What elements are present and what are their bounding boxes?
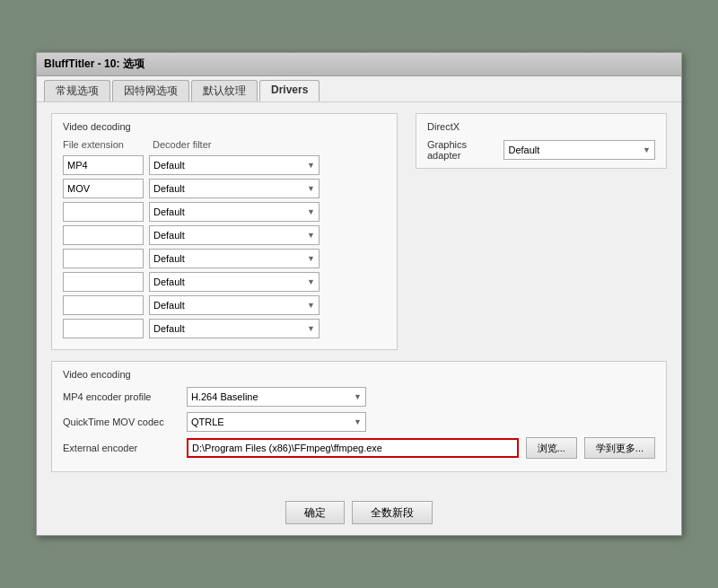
quicktime-row: QuickTime MOV codec QTRLE ▼ (63, 412, 655, 432)
main-window: BluffTitler - 10: 选项 常规选项 因特网选项 默认纹理 Dri… (36, 52, 682, 536)
footer-buttons: 确定 全数新段 (37, 494, 681, 535)
col-header-decoder: Decoder filter (153, 139, 386, 150)
decoder-select-0[interactable]: Default ▼ (149, 155, 320, 175)
chevron-down-icon: ▼ (307, 324, 315, 333)
ok-button[interactable]: 确定 (285, 501, 345, 524)
table-row: Default ▼ (63, 319, 386, 338)
ext-input-7[interactable] (63, 319, 144, 338)
table-row: Default ▼ (63, 225, 386, 245)
cancel-button[interactable]: 全数新段 (352, 501, 433, 524)
decoder-select-5[interactable]: Default ▼ (149, 272, 320, 292)
mp4-encoder-row: MP4 encoder profile H.264 Baseline ▼ (63, 387, 655, 407)
window-title: BluffTitler - 10: 选项 (44, 57, 144, 72)
chevron-down-icon: ▼ (354, 392, 362, 401)
decoder-select-6[interactable]: Default ▼ (149, 295, 320, 315)
right-panel: DirectX Graphics adapter Default ▼ (416, 113, 667, 361)
chevron-down-icon: ▼ (307, 277, 315, 286)
title-bar: BluffTitler - 10: 选项 (37, 53, 681, 76)
table-row: Default ▼ (63, 179, 386, 198)
learn-more-button[interactable]: 学到更多... (584, 437, 655, 459)
browse-button[interactable]: 浏览... (526, 437, 577, 459)
directx-section: DirectX Graphics adapter Default ▼ (416, 113, 667, 169)
tab-content: Video decoding File extension Decoder fi… (37, 102, 681, 494)
left-panel: Video decoding File extension Decoder fi… (51, 113, 398, 361)
table-row: Default ▼ (63, 155, 386, 175)
graphics-adapter-select[interactable]: Default ▼ (503, 140, 655, 160)
col-header-extension: File extension (63, 139, 153, 150)
decoder-select-7[interactable]: Default ▼ (149, 319, 320, 338)
video-decoding-title: Video decoding (63, 121, 386, 132)
ext-input-1[interactable] (63, 179, 144, 198)
decoder-select-1[interactable]: Default ▼ (149, 179, 320, 198)
table-row: Default ▼ (63, 272, 386, 292)
ext-input-3[interactable] (63, 225, 144, 245)
video-decoding-section: Video decoding File extension Decoder fi… (51, 113, 398, 350)
chevron-down-icon: ▼ (307, 254, 315, 263)
video-encoding-title: Video encoding (63, 369, 655, 380)
graphics-adapter-label: Graphics adapter (427, 139, 495, 161)
chevron-down-icon: ▼ (307, 184, 315, 193)
graphics-adapter-row: Graphics adapter Default ▼ (427, 139, 655, 161)
tab-drivers[interactable]: Drivers (259, 80, 320, 101)
two-column-layout: Video decoding File extension Decoder fi… (51, 113, 667, 361)
decoder-select-2[interactable]: Default ▼ (149, 202, 320, 222)
table-row: Default ▼ (63, 295, 386, 315)
tab-network[interactable]: 因特网选项 (112, 80, 189, 101)
decoder-select-3[interactable]: Default ▼ (149, 225, 320, 245)
ext-input-6[interactable] (63, 295, 144, 315)
mp4-encoder-label: MP4 encoder profile (63, 391, 180, 402)
tabs-bar: 常规选项 因特网选项 默认纹理 Drivers (37, 76, 681, 102)
directx-title: DirectX (427, 121, 655, 132)
tab-general[interactable]: 常规选项 (44, 80, 110, 101)
external-encoder-row: External encoder 浏览... 学到更多... (63, 437, 655, 459)
chevron-down-icon: ▼ (354, 417, 362, 426)
mp4-encoder-select[interactable]: H.264 Baseline ▼ (187, 387, 366, 407)
ext-input-2[interactable] (63, 202, 144, 222)
tab-defaults[interactable]: 默认纹理 (191, 80, 258, 101)
ext-input-5[interactable] (63, 272, 144, 292)
table-row: Default ▼ (63, 202, 386, 222)
column-headers: File extension Decoder filter (63, 139, 386, 150)
chevron-down-icon: ▼ (307, 161, 315, 170)
external-encoder-input[interactable] (187, 438, 519, 458)
video-encoding-section: Video encoding MP4 encoder profile H.264… (51, 361, 667, 472)
table-row: Default ▼ (63, 249, 386, 268)
quicktime-select[interactable]: QTRLE ▼ (187, 412, 366, 432)
chevron-down-icon: ▼ (307, 301, 315, 310)
chevron-down-icon: ▼ (307, 231, 315, 240)
ext-input-0[interactable] (63, 155, 144, 175)
quicktime-label: QuickTime MOV codec (63, 417, 180, 427)
chevron-down-icon: ▼ (307, 207, 315, 216)
decoder-select-4[interactable]: Default ▼ (149, 249, 320, 268)
external-encoder-label: External encoder (63, 443, 180, 453)
ext-input-4[interactable] (63, 249, 144, 268)
chevron-down-icon: ▼ (643, 145, 651, 154)
